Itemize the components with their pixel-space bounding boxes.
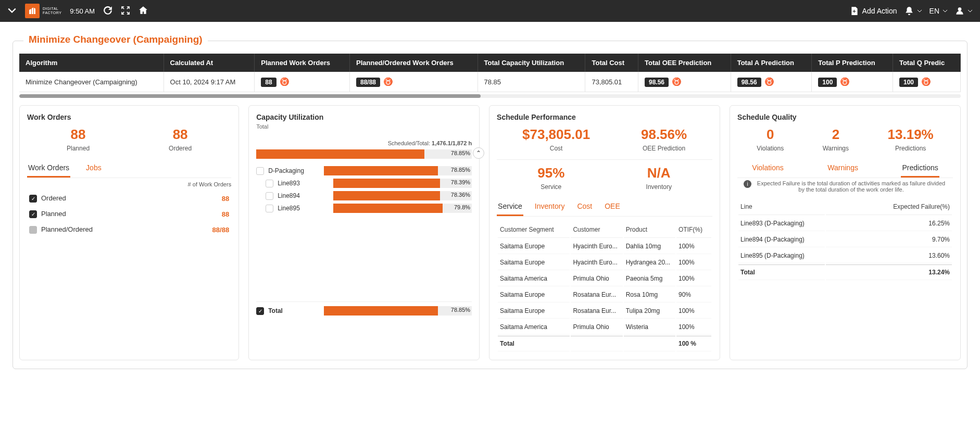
user-menu[interactable]	[955, 6, 973, 16]
refresh-icon[interactable]	[103, 6, 112, 17]
brand-logo	[25, 4, 40, 18]
list-item[interactable]: ✓Planned88	[27, 206, 231, 222]
collapse-chevron-icon[interactable]: ⌃	[473, 147, 484, 159]
predictions-table: Line Expected Failure(%) Line893 (D-Pack…	[737, 198, 953, 281]
fullscreen-icon[interactable]	[121, 6, 130, 17]
brand-text: DIGITALFACTORY	[43, 7, 61, 15]
table-row[interactable]: Line893 (D-Packaging)16.25%	[738, 216, 952, 231]
service-table: Customer Segment Customer Product OTIF(%…	[497, 221, 712, 352]
table-row[interactable]: Line895 (D-Packaging)13.60%	[738, 248, 952, 263]
table-row[interactable]: Saitama EuropeRosatana Eur...Tulipa 20mg…	[498, 304, 711, 319]
bar-row[interactable]: D-Packaging78.85%	[256, 166, 472, 175]
inventory-value: N/A	[646, 165, 672, 181]
warnings-value: 2	[823, 127, 849, 143]
bar-row[interactable]: Line89378.39%	[256, 179, 472, 188]
quality-card: Schedule Quality 0Violations 2Warnings 1…	[730, 105, 961, 360]
cost-value: $73,805.01	[522, 127, 590, 143]
card-title: Capacity Utilization	[256, 113, 472, 121]
tab-service[interactable]: Service	[497, 198, 523, 216]
algorithm-table: Algorithm Calculated At Planned Work Ord…	[19, 54, 961, 92]
capacity-card: Capacity Utilization Total Scheduled/Tot…	[248, 105, 480, 360]
algorithm-section: Minimize Changeover (Campaigning) Algori…	[12, 41, 968, 369]
work-orders-card: Work Orders 88Planned 88Ordered Work Ord…	[19, 105, 239, 360]
table-row[interactable]: Minimize Changeover (Campaigning) Oct 10…	[19, 72, 961, 92]
table-scrollbar[interactable]	[19, 94, 961, 98]
service-value: 95%	[537, 165, 564, 181]
oee-value: 98.56%	[641, 127, 687, 143]
card-title: Schedule Quality	[737, 113, 953, 121]
help-text: i Expected Failure is the total duration…	[744, 180, 947, 193]
notifications-icon[interactable]	[904, 6, 922, 16]
list-item[interactable]: ✓Ordered88	[27, 191, 231, 206]
tab-work-orders[interactable]: Work Orders	[27, 159, 70, 178]
collapse-chevron-icon[interactable]	[7, 6, 17, 17]
card-title: Work Orders	[27, 113, 231, 121]
planned-value: 88	[67, 127, 90, 143]
tab-jobs[interactable]: Jobs	[85, 159, 103, 178]
tab-warnings[interactable]: Warnings	[826, 159, 859, 178]
tab-cost[interactable]: Cost	[576, 198, 593, 216]
violations-value: 0	[757, 127, 784, 143]
performance-card: Schedule Performance $73,805.01Cost 98.5…	[489, 105, 720, 360]
table-row[interactable]: Line894 (D-Packaging)9.70%	[738, 232, 952, 247]
add-action-button[interactable]: Add Action	[850, 6, 897, 16]
table-row[interactable]: Saitama EuropeHyacinth Euro...Hydrangea …	[498, 255, 711, 270]
language-selector[interactable]: EN	[929, 7, 948, 15]
table-row[interactable]: Saitama EuropeHyacinth Euro...Dahlia 10m…	[498, 239, 711, 254]
info-icon: i	[744, 180, 751, 188]
table-row[interactable]: Saitama EuropeRosatana Eur...Rosa 10mg90…	[498, 287, 711, 302]
bar-row[interactable]: Line89579.8%	[256, 204, 472, 213]
list-item[interactable]: Planned/Ordered88/88	[27, 222, 231, 237]
tab-inventory[interactable]: Inventory	[534, 198, 566, 216]
tab-oee[interactable]: OEE	[604, 198, 621, 216]
table-row[interactable]: Saitama AmericaPrimula OhioWisteria100%	[498, 320, 711, 335]
tab-predictions[interactable]: Predictions	[901, 159, 939, 178]
table-row[interactable]: Saitama AmericaPrimula OhioPaeonia 5mg10…	[498, 271, 711, 286]
ordered-value: 88	[169, 127, 192, 143]
home-icon[interactable]	[139, 6, 148, 17]
card-title: Schedule Performance	[497, 113, 712, 121]
section-title: Minimize Changeover (Campaigning)	[23, 34, 208, 45]
clock: 9:50 AM	[70, 7, 95, 15]
tab-violations[interactable]: Violations	[751, 159, 784, 178]
bar-row[interactable]: Line89478.36%	[256, 191, 472, 200]
predictions-value: 13.19%	[888, 127, 934, 143]
bar-row-total: ✓Total78.85%	[256, 306, 472, 316]
top-bar: DIGITALFACTORY 9:50 AM Add Action EN	[0, 0, 980, 22]
